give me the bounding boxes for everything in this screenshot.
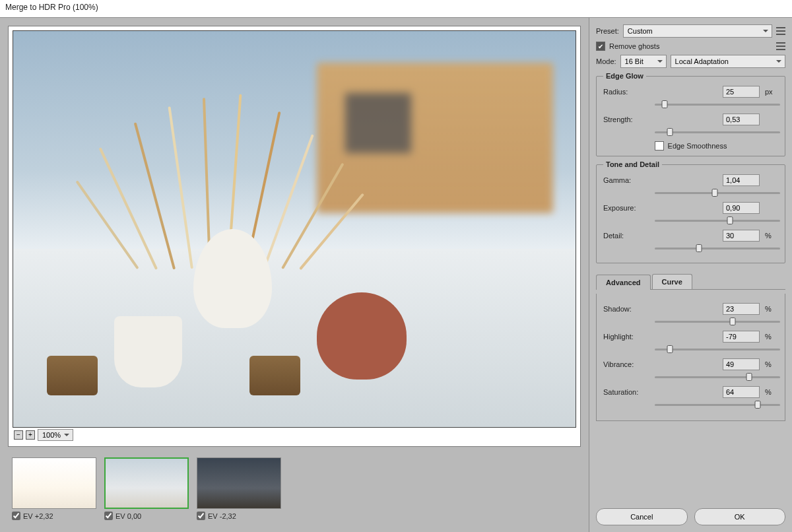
exposure-label: Exposure: xyxy=(603,204,649,212)
preview-frame: − + 100% xyxy=(8,26,581,447)
preview-image[interactable] xyxy=(13,30,576,428)
remove-ghosts-label: Remove ghosts xyxy=(609,42,659,50)
exposure-slider[interactable] xyxy=(655,215,780,226)
detail-slider[interactable] xyxy=(655,243,780,253)
saturation-label: Saturation: xyxy=(603,388,649,396)
detail-input[interactable]: 30 xyxy=(723,230,760,242)
mode-bit-value: 16 Bit xyxy=(625,57,644,65)
radius-slider[interactable] xyxy=(655,99,780,110)
thumb-image[interactable] xyxy=(104,457,189,509)
radius-label: Radius: xyxy=(603,88,649,96)
strength-slider[interactable] xyxy=(655,127,780,137)
mode-bit-select[interactable]: 16 Bit xyxy=(620,55,667,68)
zoom-in-button[interactable]: + xyxy=(26,430,35,440)
thumb-caption: EV 0,00 xyxy=(104,512,189,520)
thumb-image[interactable] xyxy=(12,457,96,509)
gamma-input[interactable]: 1,04 xyxy=(723,174,760,186)
mode-method-value: Local Adaptation xyxy=(675,57,729,65)
highlight-unit: % xyxy=(765,333,778,341)
vibrance-slider[interactable] xyxy=(655,372,780,382)
preset-label: Preset: xyxy=(596,27,619,35)
thumb-checkbox[interactable] xyxy=(104,512,113,520)
ok-button[interactable]: OK xyxy=(694,508,786,525)
thumb-checkbox[interactable] xyxy=(197,512,205,520)
tab-curve[interactable]: Curve xyxy=(652,274,692,289)
vibrance-input[interactable]: 49 xyxy=(723,358,760,370)
tabs: Advanced Curve xyxy=(596,274,785,290)
edge-smoothness-label: Edge Smoothness xyxy=(668,142,727,150)
tone-detail-title: Tone and Detail xyxy=(603,160,662,168)
highlight-label: Highlight: xyxy=(603,333,649,341)
strength-input[interactable]: 0,53 xyxy=(723,114,760,125)
window-title: Merge to HDR Pro (100%) xyxy=(0,0,792,17)
preset-menu-icon[interactable] xyxy=(776,27,785,35)
cancel-button[interactable]: Cancel xyxy=(596,508,688,525)
saturation-unit: % xyxy=(765,388,778,396)
highlight-slider[interactable] xyxy=(655,344,780,354)
exposure-input[interactable]: 0,90 xyxy=(723,202,760,214)
left-pane: − + 100% EV +2,32EV 0,00EV -2,32 xyxy=(0,18,589,532)
preset-select[interactable]: Custom xyxy=(623,24,772,38)
thumb-ev-label: EV +2,32 xyxy=(23,512,53,520)
strength-label: Strength: xyxy=(603,116,649,123)
settings-panel: Preset: Custom ✔ Remove ghosts Mode: 16 … xyxy=(589,18,792,532)
tab-advanced[interactable]: Advanced xyxy=(596,275,651,290)
zoom-out-button[interactable]: − xyxy=(14,430,23,440)
shadow-slider[interactable] xyxy=(655,316,780,327)
thumb-image[interactable] xyxy=(197,457,281,509)
zoom-level-value: 100% xyxy=(42,431,61,439)
detail-unit: % xyxy=(765,232,778,240)
filmstrip-thumb[interactable]: EV +2,32 xyxy=(12,457,96,520)
preset-value: Custom xyxy=(628,27,653,35)
radius-unit: px xyxy=(765,88,778,96)
tone-detail-group: Tone and Detail Gamma: 1,04 Exposure: 0,… xyxy=(596,164,785,263)
thumb-ev-label: EV 0,00 xyxy=(116,512,141,520)
shadow-unit: % xyxy=(765,305,778,313)
gamma-label: Gamma: xyxy=(603,176,649,184)
advanced-tab-body: Shadow: 23 % Highlight: -79 % Vibrance: … xyxy=(596,294,785,421)
filmstrip-thumb[interactable]: EV -2,32 xyxy=(197,457,281,520)
vibrance-label: Vibrance: xyxy=(603,360,649,368)
mode-method-select[interactable]: Local Adaptation xyxy=(671,55,785,68)
thumb-checkbox[interactable] xyxy=(12,512,20,520)
filmstrip: EV +2,32EV 0,00EV -2,32 xyxy=(9,453,579,523)
thumb-ev-label: EV -2,32 xyxy=(208,512,236,520)
zoom-controls: − + 100% xyxy=(13,428,576,442)
edge-glow-title: Edge Glow xyxy=(603,72,646,80)
mode-label: Mode: xyxy=(596,57,616,65)
saturation-slider[interactable] xyxy=(655,399,780,410)
edge-smoothness-checkbox[interactable] xyxy=(655,141,664,150)
radius-input[interactable]: 25 xyxy=(723,86,760,98)
ghosts-menu-icon[interactable] xyxy=(776,42,785,50)
zoom-level-select[interactable]: 100% xyxy=(38,429,73,441)
highlight-input[interactable]: -79 xyxy=(723,331,760,343)
filmstrip-thumb[interactable]: EV 0,00 xyxy=(104,457,189,520)
gamma-slider[interactable] xyxy=(655,187,780,198)
edge-glow-group: Edge Glow Radius: 25 px Strength: 0,53 xyxy=(596,76,785,156)
detail-label: Detail: xyxy=(603,232,649,240)
thumb-caption: EV -2,32 xyxy=(197,512,281,520)
shadow-input[interactable]: 23 xyxy=(723,303,760,315)
shadow-label: Shadow: xyxy=(603,305,649,313)
thumb-caption: EV +2,32 xyxy=(12,512,96,520)
vibrance-unit: % xyxy=(765,360,778,368)
saturation-input[interactable]: 64 xyxy=(723,386,760,398)
remove-ghosts-checkbox[interactable]: ✔ xyxy=(596,42,605,51)
